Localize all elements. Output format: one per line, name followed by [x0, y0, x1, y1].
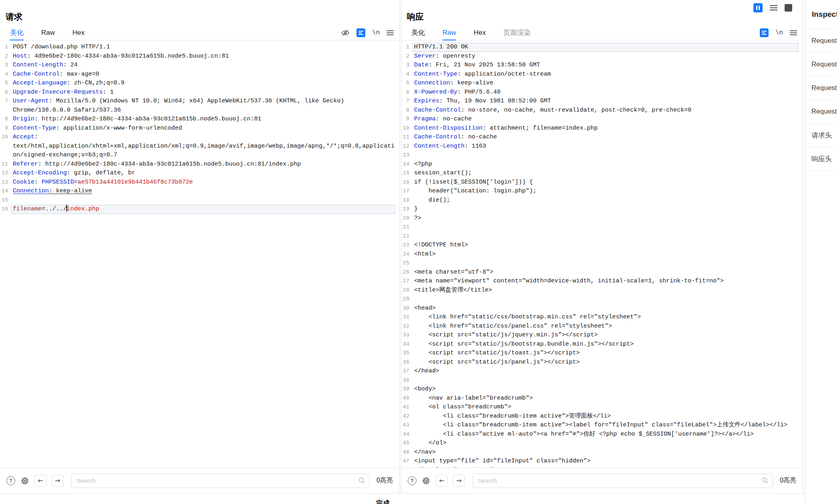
- pause-intercept-button[interactable]: [753, 3, 763, 12]
- line-content[interactable]: }: [412, 205, 799, 214]
- line-content[interactable]: </nav>: [412, 448, 799, 457]
- settings-gear-icon[interactable]: [422, 476, 431, 485]
- next-match-button[interactable]: →: [52, 475, 64, 487]
- line-content[interactable]: Connection: keep-alive: [11, 187, 395, 196]
- stop-button[interactable]: [785, 4, 792, 12]
- line-content[interactable]: HTTP/1.1 200 OK: [412, 43, 799, 52]
- tab-页面渲染[interactable]: 页面渲染: [503, 26, 531, 40]
- line-content[interactable]: <script src="static/js/toast.js"></scrip…: [412, 349, 799, 358]
- tab-Raw[interactable]: Raw: [41, 26, 55, 40]
- search-input[interactable]: [71, 474, 370, 488]
- line-content[interactable]: Accept: text/html,application/xhtml+xml,…: [11, 133, 395, 160]
- editor-menu-icon[interactable]: [386, 30, 394, 36]
- layout-menu-icon[interactable]: [770, 5, 777, 11]
- line-content[interactable]: Content-Type: application/octet-stream: [412, 70, 799, 79]
- line-content[interactable]: <li class="active ml-auto"><a href="#">你…: [412, 430, 799, 439]
- line-content[interactable]: Expires: Thu, 19 Nov 1981 08:52:00 GMT: [412, 97, 799, 106]
- line-content[interactable]: <meta charset="utf-8">: [412, 268, 799, 277]
- inspector-item[interactable]: 响应头: [805, 147, 837, 171]
- help-icon[interactable]: ?: [408, 476, 416, 485]
- line-content[interactable]: session_start();: [412, 169, 799, 178]
- tab-Hex[interactable]: Hex: [474, 26, 486, 40]
- line-content[interactable]: Accept-Language: zh-CN,zh;q=0.9: [11, 79, 395, 88]
- line-content[interactable]: Host: 4d9e6be2-180c-4334-ab3a-93c0121a61…: [11, 52, 395, 61]
- request-editor[interactable]: 1POST /download.php HTTP/1.12Host: 4d9e6…: [0, 40, 399, 468]
- tab-Hex[interactable]: Hex: [72, 26, 84, 40]
- line-content[interactable]: </head>: [412, 367, 799, 376]
- hide-eye-icon[interactable]: [341, 28, 350, 37]
- line-content[interactable]: Date: Fri, 21 Nov 2025 13:58:50 GMT: [412, 61, 799, 70]
- line-content[interactable]: Cache-Control: no-store, no-cache, must-…: [412, 106, 799, 115]
- line-content[interactable]: filename=../../index.php: [11, 205, 395, 214]
- line-content[interactable]: <script src="static/js/panel.js"></scrip…: [412, 358, 799, 367]
- line-content[interactable]: User-Agent: Mozilla/5.0 (Windows NT 10.0…: [11, 97, 395, 115]
- line-content[interactable]: [11, 196, 395, 205]
- line-content[interactable]: Upgrade-Insecure-Requests: 1: [11, 88, 395, 97]
- inspector-item[interactable]: 请求头: [805, 124, 837, 147]
- newline-toggle-icon[interactable]: \n: [775, 29, 783, 36]
- line-content[interactable]: <input type="file" id="fileInput" class=…: [412, 457, 799, 466]
- line-content[interactable]: <body>: [412, 385, 799, 394]
- line-content[interactable]: Content-Type: application/x-www-form-url…: [11, 124, 395, 133]
- line-content[interactable]: [412, 151, 799, 160]
- line-content[interactable]: Connection: keep-alive: [412, 79, 799, 88]
- line-content[interactable]: <ol class="breadcrumb">: [412, 403, 799, 412]
- inspector-item[interactable]: Request: [805, 53, 837, 76]
- line-content[interactable]: [412, 223, 799, 232]
- tab-美化[interactable]: 美化: [411, 26, 425, 40]
- beautify-toggle-button[interactable]: [356, 28, 365, 37]
- line-content[interactable]: [412, 259, 799, 268]
- line-content[interactable]: <title>网盘管理</title>: [412, 286, 799, 295]
- line-content[interactable]: die();: [412, 196, 799, 205]
- response-editor[interactable]: 1HTTP/1.1 200 OK2Server: openresty3Date:…: [401, 40, 803, 468]
- status-bar: 完成: [0, 494, 805, 504]
- line-content[interactable]: Pragma: no-cache: [412, 115, 799, 124]
- prev-match-button[interactable]: ←: [436, 475, 448, 487]
- line-content[interactable]: </ol>: [412, 439, 799, 448]
- line-content[interactable]: Accept-Encoding: gzip, deflate, br: [11, 169, 395, 178]
- line-content[interactable]: <link href="static/css/bootstrap.min.css…: [412, 313, 799, 322]
- line-content[interactable]: <li class="breadcrumb-item active">管理面板<…: [412, 412, 799, 421]
- line-content[interactable]: POST /download.php HTTP/1.1: [11, 43, 395, 52]
- line-content[interactable]: [412, 376, 799, 385]
- line-content[interactable]: X-Powered-By: PHP/5.6.40: [412, 88, 799, 97]
- inspector-item[interactable]: Request: [805, 76, 837, 100]
- line-content[interactable]: Cookie: PHPSESSID=ae57b13a44101e9b441b46…: [11, 178, 395, 187]
- line-content[interactable]: Content-Length: 24: [11, 61, 395, 70]
- newline-toggle-icon[interactable]: \n: [372, 29, 380, 36]
- line-number: 35: [401, 349, 412, 358]
- prev-match-button[interactable]: ←: [34, 475, 46, 487]
- line-content[interactable]: <head>: [412, 304, 799, 313]
- line-content[interactable]: [412, 232, 799, 241]
- line-content[interactable]: <nav aria-label="breadcrumb">: [412, 394, 799, 403]
- help-icon[interactable]: ?: [6, 476, 15, 485]
- line-content[interactable]: Content-Length: 1163: [412, 142, 799, 151]
- line-content[interactable]: <!DOCTYPE html>: [412, 241, 799, 250]
- line-content[interactable]: Origin: http://4d9e6be2-180c-4334-ab3a-9…: [11, 115, 395, 124]
- line-content[interactable]: <?php: [412, 160, 799, 169]
- tab-美化[interactable]: 美化: [10, 26, 24, 40]
- line-content[interactable]: ?>: [412, 214, 799, 223]
- editor-menu-icon[interactable]: [790, 30, 797, 36]
- line-content[interactable]: <script src="static/js/bootstrap.bundle.…: [412, 340, 799, 349]
- next-match-button[interactable]: →: [453, 475, 465, 487]
- line-content[interactable]: Content-Disposition: attachment; filenam…: [412, 124, 799, 133]
- line-content[interactable]: Cache-Control: no-cache: [412, 133, 799, 142]
- line-content[interactable]: if (!isset($_SESSION['login'])) {: [412, 178, 799, 187]
- line-content[interactable]: <script src="static/js/jquery.min.js"></…: [412, 331, 799, 340]
- line-content[interactable]: header("Location: login.php");: [412, 187, 799, 196]
- line-content[interactable]: <li class="breadcrumb-item active"><labe…: [412, 421, 799, 430]
- inspector-item[interactable]: Request: [805, 29, 837, 53]
- line-content[interactable]: <meta name="viewport" content="width=dev…: [412, 277, 799, 286]
- line-content[interactable]: Cache-Control: max-age=0: [11, 70, 395, 79]
- line-content[interactable]: <link href="static/css/panel.css" rel="s…: [412, 322, 799, 331]
- beautify-toggle-button[interactable]: [760, 28, 769, 37]
- settings-gear-icon[interactable]: [20, 476, 29, 485]
- search-input[interactable]: [473, 474, 773, 488]
- line-content[interactable]: [412, 295, 799, 304]
- line-content[interactable]: Server: openresty: [412, 52, 799, 61]
- line-content[interactable]: <html>: [412, 250, 799, 259]
- tab-Raw[interactable]: Raw: [443, 26, 456, 40]
- line-content[interactable]: Referer: http://4d9e6be2-180c-4334-ab3a-…: [11, 160, 395, 169]
- inspector-item[interactable]: Request: [805, 100, 837, 124]
